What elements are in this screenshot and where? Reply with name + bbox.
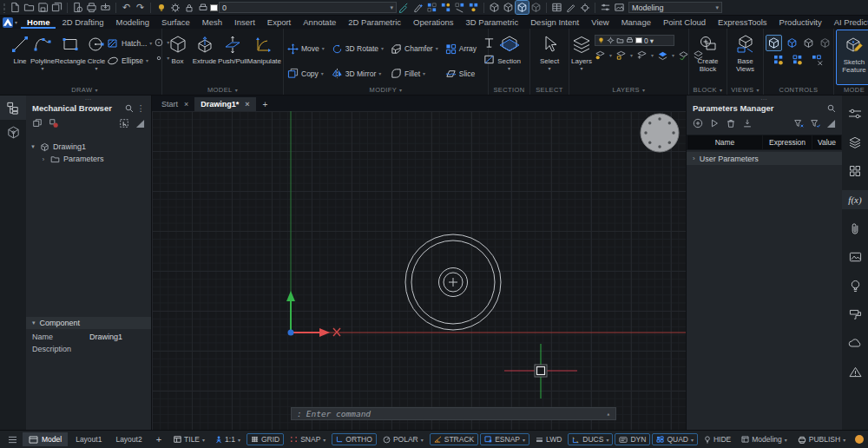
slice-button[interactable]: Slice [445,68,477,79]
flyout-caret-icon[interactable]: ▾ [381,46,384,51]
user-parameters-group-row[interactable]: › User Parameters [687,152,842,165]
open-file-icon[interactable] [23,1,36,14]
chevron-down-icon[interactable]: ▾ [202,437,205,443]
tab-view[interactable]: View [585,16,615,29]
components-panel-icon[interactable] [842,161,868,181]
ribbon-layer-dropdown[interactable]: 0 ▾ [595,35,674,46]
flyout-caret-icon[interactable]: ▾ [651,53,654,58]
notification-badge[interactable] [855,435,864,444]
flyout-caret-icon[interactable]: ▾ [672,53,674,58]
chevron-down-icon[interactable]: ▾ [421,437,424,443]
view-cube-se-icon[interactable] [529,1,542,14]
browser-select-mode-icon[interactable] [119,118,129,128]
search-icon[interactable] [827,104,836,113]
flyout-caret-icon[interactable]: ▾ [630,53,633,58]
flyout-caret-icon[interactable]: ▾ [146,58,148,63]
copy-button[interactable]: Copy▾ [287,68,325,79]
filter-expression-icon[interactable] [793,118,804,128]
layer-freeze-icon[interactable] [636,49,648,61]
panel-title-model[interactable]: MODEL▾ [164,85,281,95]
visual-style-hidden-icon[interactable] [802,36,815,49]
snap-toggle[interactable]: SNAP▾ [286,433,330,445]
mechanical-browser-tab[interactable] [0,96,26,120]
new-document-button[interactable]: + [256,97,275,111]
layers-button[interactable]: Layers ▾ [571,30,592,85]
chevron-down-icon[interactable]: ▾ [238,437,240,443]
ortho-toggle[interactable]: ORTHO [332,433,377,445]
table-icon[interactable] [550,1,563,14]
panel-title-section[interactable]: SECTION [490,85,528,95]
chevron-down-icon[interactable]: ▾ [843,437,845,443]
import-parameters-icon[interactable] [742,118,753,128]
render-materials-panel-icon[interactable] [842,247,868,267]
polar-toggle[interactable]: POLAR▾ [378,433,428,445]
background-image-icon[interactable] [613,1,626,14]
panel-title-controls[interactable]: CONTROLS [766,85,832,95]
layout1-tab[interactable]: Layout1 [69,432,108,446]
tab-home[interactable]: Home [21,16,56,29]
layer-on-off-icon[interactable] [678,49,689,61]
browser-record-icon[interactable] [49,118,59,128]
flyout-caret-icon[interactable]: ▾ [548,66,550,72]
print-icon[interactable] [85,1,98,14]
component-header[interactable]: ▾ Component [26,317,151,329]
add-parameter-icon[interactable] [693,118,703,128]
publish-icon[interactable] [99,1,112,14]
tab-2d-parametric[interactable]: 2D Parametric [342,16,407,29]
flyout-caret-icon[interactable]: ▾ [378,71,381,76]
component-description-row[interactable]: Description [26,341,151,353]
flyout-caret-icon[interactable]: ▾ [95,66,98,72]
flyout-caret-icon[interactable]: ▾ [321,71,324,76]
doc-tab-start[interactable]: Start × [155,97,194,111]
cloud-panel-icon[interactable] [842,333,868,352]
tab-insert[interactable]: Insert [228,16,261,29]
column-expression[interactable]: Expression [763,135,812,149]
chevron-right-icon[interactable]: › [40,156,47,162]
tab-operations[interactable]: Operations [407,16,459,29]
warning-panel-icon[interactable] [842,362,868,381]
filter-icon[interactable] [810,118,820,128]
layer-lock-icon[interactable] [615,49,627,61]
hatch-button[interactable]: Hatch... ▾ [107,37,152,49]
structure-panel-tab[interactable] [0,120,26,144]
save-all-icon[interactable] [50,1,63,14]
drawing-canvas[interactable]: : Enter command ▴ [152,111,686,430]
panel-title-modify[interactable]: MODIFY▾ [286,85,486,95]
plot-preview-icon[interactable] [71,1,84,14]
tab-productivity[interactable]: Productivity [773,16,828,29]
layer-on-bulb-icon[interactable] [155,1,168,14]
save-icon[interactable] [36,1,49,14]
manipulate-button[interactable]: Manipulate [247,30,281,85]
drawn-circles[interactable] [405,234,501,330]
column-value[interactable]: Value [812,135,841,149]
tab-2d-drafting[interactable]: 2D Drafting [56,16,109,29]
visual-style-realistic-icon[interactable] [819,36,832,49]
command-line[interactable]: : Enter command ▴ [291,407,616,420]
flyout-caret-icon[interactable]: ▾ [581,66,583,72]
lighting-display-icon[interactable] [792,55,806,66]
undo-icon[interactable]: ↶ [120,1,133,14]
select-similar-icon[interactable] [425,1,438,14]
chevron-down-icon[interactable]: ▾ [785,437,787,443]
view-cube-nw-icon[interactable] [502,1,515,14]
panel-title-select[interactable]: SELECT [532,85,567,95]
ucs-icon[interactable] [286,291,340,337]
tab-point-cloud[interactable]: Point Cloud [657,16,712,29]
flyout-caret-icon[interactable]: ▾ [436,46,438,51]
close-icon[interactable]: × [245,100,249,109]
tab-surface[interactable]: Surface [155,16,196,29]
tree-node-parameters[interactable]: › Parameters [40,153,148,165]
column-name[interactable]: Name [687,135,762,149]
layer-settings-gear-icon[interactable] [168,1,181,14]
quad-toggle[interactable]: QUAD▾ [652,433,698,445]
chevron-down-icon[interactable]: ▾ [323,437,326,443]
tab-annotate[interactable]: Annotate [297,16,342,29]
view-cube-iso-icon[interactable] [516,1,529,14]
kebab-menu-icon[interactable]: ⋮ [137,103,146,113]
panel-title-mode[interactable]: MODE [836,85,868,95]
chevron-down-icon[interactable]: ▾ [523,437,525,443]
mirror-3d-button[interactable]: 3D Mirror▾ [332,68,384,79]
draw-order-icon[interactable] [564,1,577,14]
extrude-button[interactable]: Extrude [191,30,218,85]
section-button[interactable]: Section ▾ [490,30,528,85]
